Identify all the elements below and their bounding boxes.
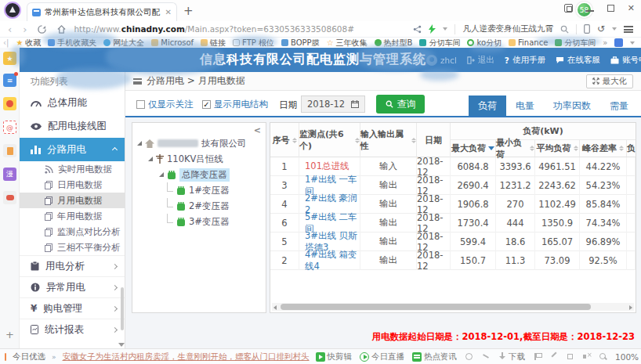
account-link[interactable]: 账号申请: [610, 55, 641, 66]
pen-icon[interactable]: [549, 352, 558, 361]
bookmark-item[interactable]: Finance: [509, 38, 548, 47]
date-input[interactable]: 2018-12: [301, 96, 365, 113]
bookmark-item[interactable]: Microsof: [151, 38, 194, 47]
sidebar-subitem-yearly[interactable]: 年用电数据: [20, 208, 125, 224]
bookmark-item[interactable]: 热封型B: [375, 38, 413, 49]
tab-demand[interactable]: 需量: [600, 96, 638, 116]
maximize-button[interactable]: [607, 4, 615, 13]
more-bookmarks[interactable]: »: [603, 38, 607, 47]
tab-energy[interactable]: 电量: [506, 96, 544, 116]
col-point[interactable]: 监测点(共6个): [299, 123, 360, 157]
window-icon[interactable]: [566, 352, 574, 361]
tools-icon[interactable]: [481, 352, 490, 361]
sidebar-group-purchase[interactable]: ¥ 购电管理: [20, 297, 125, 319]
sidebar-subitem-three-phase[interactable]: 三相不平衡分析: [20, 240, 125, 255]
flag-icon[interactable]: [533, 352, 541, 361]
news-ticker[interactable]: 安徽女子为生活村内租房卖淫，生意刚刚开始，嫖客从门口排到村头: [63, 351, 310, 362]
scroll-down-icon[interactable]: [118, 343, 125, 347]
chevron-down-icon[interactable]: [612, 27, 617, 31]
weibo-icon[interactable]: [3, 97, 16, 110]
collapse-tree-icon[interactable]: <: [254, 125, 261, 135]
bookmark-item[interactable]: 手机收藏夹: [48, 38, 96, 49]
bookmark-item[interactable]: FTP 根位: [233, 38, 274, 49]
zoom-level[interactable]: 100%: [615, 352, 639, 362]
favorites-icon[interactable]: ★: [3, 52, 16, 65]
browser-logo[interactable]: [4, 2, 21, 19]
scroll-right-icon[interactable]: [629, 305, 632, 310]
menu-icon[interactable]: [624, 26, 633, 33]
expander-icon[interactable]: [148, 157, 153, 161]
manager-icon[interactable]: [614, 38, 623, 47]
new-tab-button[interactable]: +: [183, 4, 194, 18]
notebook-icon[interactable]: [3, 144, 16, 157]
bookmark-item[interactable]: 链接: [201, 38, 226, 49]
tree-node-transformer-1[interactable]: 1#变压器: [132, 182, 266, 198]
scrollbar-thumb[interactable]: [281, 304, 591, 310]
tab-close-icon[interactable]: ✕: [165, 8, 172, 16]
tree-node-transformer-2[interactable]: 2#变压器: [132, 198, 266, 214]
bookmark-item[interactable]: 分切车间: [419, 38, 460, 49]
minimize-button[interactable]: [585, 4, 594, 13]
chevron-down-icon[interactable]: [443, 27, 447, 31]
undo-icon[interactable]: ↺: [597, 23, 605, 34]
col-seq[interactable]: 序号: [270, 123, 299, 157]
today-pick[interactable]: 今日优选: [13, 351, 45, 362]
expander-icon[interactable]: [137, 141, 142, 146]
point-link[interactable]: 4#出线 箱变线4: [305, 249, 360, 272]
zoom-icon[interactable]: [599, 352, 607, 361]
quick-clip[interactable]: 快剪辑: [316, 351, 353, 362]
download-manager[interactable]: 下载: [498, 351, 525, 362]
col-min-load[interactable]: 最小负荷: [496, 140, 535, 157]
tab-load[interactable]: 负荷: [469, 96, 506, 116]
share-icon[interactable]: [413, 25, 422, 34]
comic-icon[interactable]: 漫: [3, 168, 16, 181]
expander-icon[interactable]: [159, 172, 164, 177]
lightning-icon[interactable]: [429, 24, 436, 34]
at-icon[interactable]: @: [3, 121, 16, 134]
phone-icon[interactable]: [584, 24, 590, 34]
collapse-bookmarks-icon[interactable]: ‹|: [3, 38, 9, 47]
col-peak-valley[interactable]: 峰谷差率: [580, 140, 627, 157]
logout-button[interactable]: 退出: [467, 55, 494, 66]
sidebar-subitem-point-compare[interactable]: 监测点对比分析: [20, 224, 125, 240]
search-icon[interactable]: [560, 25, 569, 34]
sidebar-item-overall-energy[interactable]: 总体用能: [20, 91, 125, 114]
col-date[interactable]: 日期: [417, 123, 451, 157]
tree-node-main-transformer[interactable]: 总降变压器: [132, 167, 266, 182]
tree-node-line[interactable]: 110KV吕恒线: [132, 151, 266, 167]
search-input[interactable]: 凡人逆袭变身仙王战九霄: [462, 23, 553, 34]
feed-icon[interactable]: ≡: [3, 74, 16, 87]
tree-node-transformer-3[interactable]: 3#变压器: [132, 214, 266, 229]
hot-news[interactable]: 热点资讯: [412, 351, 457, 362]
tree-node-company[interactable]: 技有限公司: [132, 135, 266, 151]
bookmark-item[interactable]: ko分切: [467, 38, 502, 49]
sidebar-group-power-analysis[interactable]: 用电分析: [20, 255, 125, 276]
tab-power-factor[interactable]: 功率因数: [544, 96, 600, 116]
browser-tab[interactable]: 常州新申达信息科技有限公司配 ✕: [27, 2, 177, 21]
bookmark-item[interactable]: ★收藏: [16, 38, 41, 49]
browser-tool-icon[interactable]: [465, 352, 473, 361]
close-button[interactable]: ✕: [628, 4, 635, 13]
bookmark-item[interactable]: ☆三年收集: [327, 38, 368, 49]
point-link[interactable]: 101总进线: [305, 160, 349, 172]
sidebar-subitem-realtime[interactable]: 实时用电数据: [20, 161, 125, 177]
scroll-left-icon[interactable]: [273, 305, 277, 310]
reload-icon[interactable]: [38, 25, 46, 34]
add-panel-icon[interactable]: +: [3, 328, 16, 341]
show-structure-checkbox[interactable]: ✓ 显示用电结构: [202, 99, 268, 110]
home-icon[interactable]: [57, 25, 66, 34]
only-follow-checkbox[interactable]: 仅显示关注: [136, 99, 194, 110]
sidebar-subitem-monthly[interactable]: 月用电数据: [20, 193, 125, 208]
service-link[interactable]: 在线客服: [556, 55, 600, 66]
menu-icon[interactable]: [133, 78, 142, 85]
mute-icon[interactable]: [582, 352, 591, 361]
sidebar-group-abnormal-power[interactable]: 异常用电: [20, 276, 125, 297]
col-io[interactable]: 输入输出属性: [360, 123, 417, 157]
query-button[interactable]: 查询: [376, 95, 425, 114]
today-live[interactable]: 今日直播: [360, 351, 404, 362]
forward-button[interactable]: ›: [23, 23, 27, 35]
bookmark-item[interactable]: 分切车间: [555, 38, 596, 49]
sidebar-group-reports[interactable]: 统计报表: [20, 319, 125, 340]
sidebar-item-branch-power[interactable]: 分路用电: [20, 138, 125, 161]
workspace-icon[interactable]: [564, 4, 573, 13]
